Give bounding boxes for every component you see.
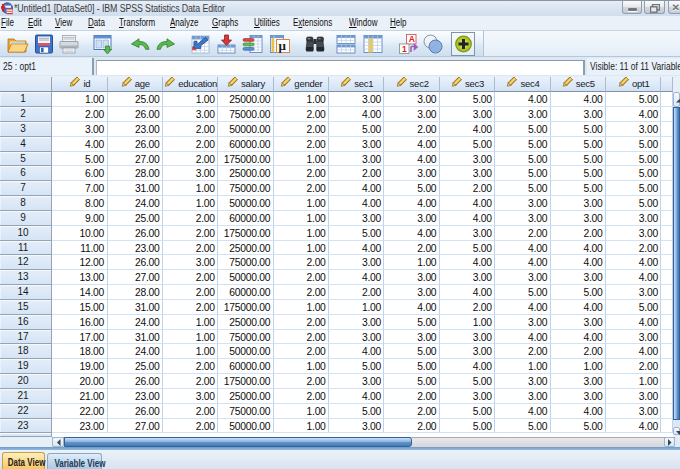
- svg-text:μ: μ: [279, 38, 287, 53]
- svg-text:A: A: [408, 34, 414, 44]
- svg-text:1: 1: [402, 44, 407, 54]
